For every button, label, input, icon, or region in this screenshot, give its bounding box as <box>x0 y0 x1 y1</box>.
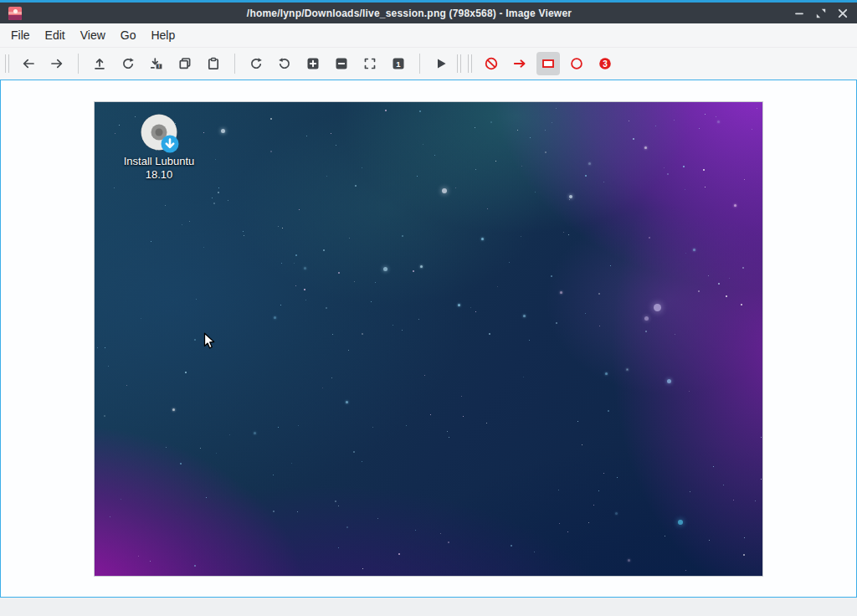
toolbar-rect-annotation-button[interactable] <box>536 52 560 75</box>
close-icon <box>835 6 850 21</box>
svg-text:1: 1 <box>396 59 401 69</box>
install-lubuntu-desktop-icon: Install Lubuntu 18.10 <box>100 110 218 182</box>
toolbar-original-size-button[interactable]: 1 <box>387 52 410 75</box>
close-button[interactable] <box>835 6 850 21</box>
paste-icon <box>206 56 221 71</box>
minimize-button[interactable] <box>792 6 807 21</box>
image-viewport[interactable]: Install Lubuntu 18.10 <box>0 80 857 598</box>
toolbar-separator <box>419 54 420 74</box>
zoom-in-icon <box>305 56 321 71</box>
toolbar-zoom-in-button[interactable] <box>301 52 325 75</box>
fit-window-icon <box>362 56 377 71</box>
maximize-button[interactable] <box>813 6 829 21</box>
menu-help[interactable]: Help <box>143 25 182 45</box>
toolbar-rotate-clockwise-button[interactable] <box>244 52 268 75</box>
no-annotation-icon <box>484 56 499 71</box>
number-annotation-icon <box>598 56 613 71</box>
toolbar-fit-window-button[interactable] <box>358 52 382 75</box>
rect-annotation-icon <box>541 56 556 71</box>
reload-icon <box>121 56 136 71</box>
toolbar-drag-handle[interactable] <box>457 54 461 73</box>
install-cd-icon <box>139 113 179 153</box>
save-download-icon: I <box>149 56 164 71</box>
toolbar-number-annotation-button[interactable]: 3 <box>593 52 617 75</box>
copy-icon <box>177 56 192 71</box>
toolbar-copy-button[interactable] <box>173 52 197 75</box>
original-size-icon: 1 <box>391 56 406 71</box>
play-icon <box>434 56 449 71</box>
toolbar-rotate-counterclockwise-button[interactable] <box>273 52 296 75</box>
arrow-right-icon <box>49 56 64 71</box>
arrow-left-icon <box>21 56 36 71</box>
menu-view[interactable]: View <box>73 25 113 45</box>
window-title: /home/lynp/Downloads/live_session.png (7… <box>27 8 792 19</box>
image-viewer-window: /home/lynp/Downloads/live_session.png (7… <box>0 0 857 616</box>
toolbar-separator <box>234 54 235 74</box>
toolbar-upload-button[interactable] <box>88 52 111 75</box>
toolbar-slideshow-button[interactable] <box>429 52 453 75</box>
toolbar-no-annotation-button[interactable] <box>480 52 503 75</box>
menu-file[interactable]: File <box>3 25 38 45</box>
viewed-image[interactable]: Install Lubuntu 18.10 <box>95 102 762 576</box>
toolbar-zoom-out-button[interactable] <box>330 52 353 75</box>
toolbar-paste-button[interactable] <box>202 52 225 75</box>
menu-edit[interactable]: Edit <box>38 25 73 45</box>
download-badge-icon <box>162 135 179 152</box>
statusbar <box>0 598 857 616</box>
maximize-icon <box>813 6 829 21</box>
toolbar-forward-button[interactable] <box>45 52 69 75</box>
toolbar: I13 <box>0 48 857 80</box>
toolbar-back-button[interactable] <box>17 52 40 75</box>
zoom-out-icon <box>334 56 349 71</box>
window-titlebar[interactable]: /home/lynp/Downloads/live_session.png (7… <box>0 3 857 23</box>
menu-go[interactable]: Go <box>113 25 144 45</box>
circle-annotation-icon <box>569 56 584 71</box>
toolbar-drag-handle[interactable] <box>468 54 472 73</box>
toolbar-reload-button[interactable] <box>116 52 140 75</box>
toolbar-drag-handle[interactable] <box>5 54 9 73</box>
mouse-pointer-icon <box>203 332 217 351</box>
toolbar-circle-annotation-button[interactable] <box>565 52 588 75</box>
toolbar-arrow-annotation-button[interactable] <box>508 52 531 75</box>
menubar: FileEditViewGoHelp <box>0 23 857 48</box>
image-viewer-app-icon <box>8 7 22 20</box>
toolbar-save-button[interactable]: I <box>145 52 168 75</box>
minimize-icon <box>792 6 807 21</box>
window-controls <box>792 6 850 21</box>
desktop-icon-label-line2: 18.10 <box>100 168 218 182</box>
desktop-icon-label-line1: Install Lubuntu <box>100 155 218 168</box>
upload-icon <box>92 56 107 71</box>
rotate-cw-icon <box>249 56 264 71</box>
toolbar-separator <box>78 54 79 74</box>
rotate-ccw-icon <box>277 56 292 71</box>
arrow-annotation-icon <box>512 56 527 71</box>
